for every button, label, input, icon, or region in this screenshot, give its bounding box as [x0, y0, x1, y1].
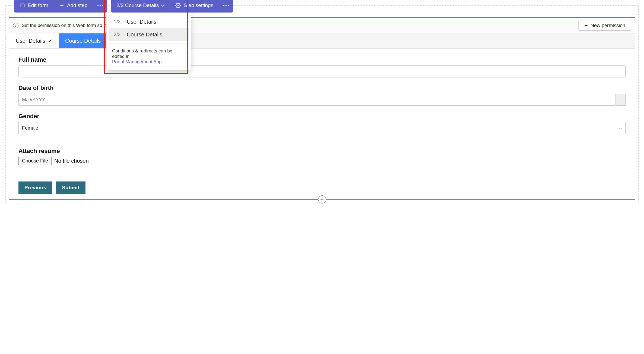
step-dropdown-panel: 1/2 User Details 2/2 Course Details Cond… — [106, 12, 191, 70]
gear-icon — [175, 3, 181, 8]
field-attach-resume: Attach resume Choose File No file chosen — [18, 148, 626, 165]
edit-form-button[interactable]: Edit form — [14, 0, 54, 12]
file-status-text: No file chosen — [54, 158, 89, 164]
chevron-down-icon — [161, 3, 165, 7]
field-gender: Gender — [18, 113, 626, 134]
step-option-number: 2/2 — [114, 32, 122, 37]
new-permission-button[interactable]: + New permission — [579, 21, 631, 30]
tab-course-details[interactable]: Course Details — [59, 33, 107, 48]
new-permission-label: New permission — [591, 23, 625, 29]
choose-file-button[interactable]: Choose File — [18, 157, 52, 165]
form-action-buttons: Previous Submit — [18, 181, 626, 194]
form-icon — [20, 3, 25, 8]
step-option-label: User Details — [127, 19, 156, 25]
step-toolbar: 2/2 Course Details Step settings — [111, 0, 233, 12]
date-picker-button[interactable] — [616, 94, 626, 106]
step-more-options-button[interactable] — [219, 0, 233, 12]
form-body: Full name Date of birth Gender Attach re… — [9, 49, 635, 199]
gender-label: Gender — [18, 113, 626, 120]
floating-toolbars: Edit form Add step 2/2 Course Details — [14, 0, 233, 12]
dropdown-footer-text: Conditions & redirects can be edited in — [112, 48, 172, 59]
step-option-course-details[interactable]: 2/2 Course Details — [109, 28, 189, 41]
step-option-number: 1/2 — [114, 19, 122, 25]
svg-rect-0 — [20, 4, 24, 7]
portal-management-app-link[interactable]: Portal Management App — [112, 59, 161, 64]
step-option-user-details[interactable]: 1/2 User Details — [109, 15, 189, 28]
dob-input[interactable] — [18, 94, 616, 106]
gender-select[interactable] — [18, 122, 626, 134]
edit-form-label: Edit form — [28, 2, 48, 8]
info-icon: i — [13, 23, 18, 28]
form-steps-tabs: User Details Course Details — [9, 33, 635, 49]
submit-button[interactable]: Submit — [56, 181, 85, 194]
step-dropdown-footer: Conditions & redirects can be edited in … — [107, 43, 191, 67]
add-component-button[interactable]: + — [318, 195, 326, 203]
tab-label: Course Details — [65, 38, 101, 44]
svg-point-5 — [177, 5, 179, 6]
plus-icon: + — [584, 23, 588, 29]
tab-user-details[interactable]: User Details — [9, 33, 59, 48]
edit-toolbar: Edit form Add step — [14, 0, 107, 12]
attach-resume-label: Attach resume — [18, 148, 626, 155]
permission-info-bar: i Set the permission on this Web form so… — [9, 18, 635, 33]
add-step-button[interactable]: Add step — [54, 0, 93, 12]
editor-canvas: Edit form Add step 2/2 Course Details — [5, 5, 639, 203]
plus-icon — [59, 3, 64, 8]
step-option-label: Course Details — [127, 32, 162, 38]
tab-label: User Details — [16, 38, 45, 44]
previous-button[interactable]: Previous — [18, 181, 52, 194]
add-step-label: Add step — [67, 2, 87, 8]
dob-label: Date of birth — [18, 84, 626, 92]
more-options-button[interactable] — [93, 0, 107, 12]
ellipsis-icon — [223, 5, 229, 6]
field-date-of-birth: Date of birth — [18, 84, 626, 106]
step-settings-button[interactable]: Step settings — [170, 0, 219, 12]
step-settings-label: Step settings — [183, 2, 213, 8]
check-icon — [48, 38, 52, 44]
step-selector-button[interactable]: 2/2 Course Details — [111, 0, 170, 12]
step-selector-label: 2/2 Course Details — [116, 2, 159, 8]
ellipsis-icon — [97, 5, 103, 6]
multistep-form-component[interactable]: i Set the permission on this Web form so… — [9, 17, 635, 200]
